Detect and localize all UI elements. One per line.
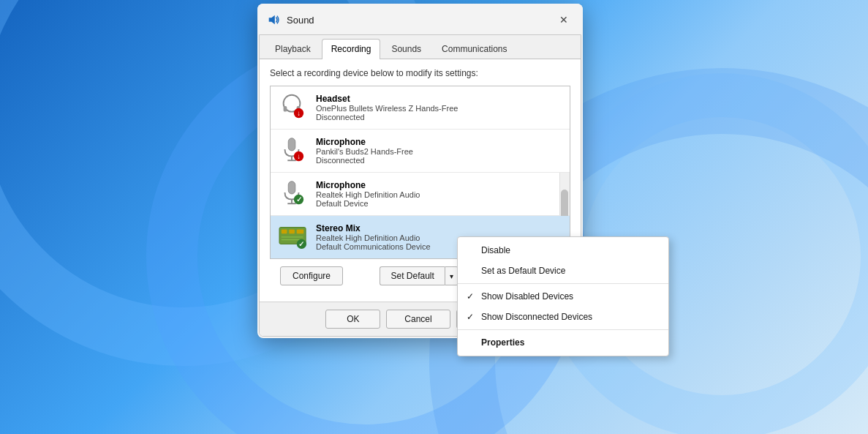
svg-rect-2 <box>284 106 287 112</box>
svg-rect-11 <box>288 182 295 194</box>
device-status-mic-pankil: Disconnected <box>316 156 562 165</box>
context-label-properties: Properties <box>481 337 524 348</box>
context-separator-1 <box>458 283 668 284</box>
dialog-title-bar: Sound ✕ <box>257 4 583 34</box>
tabs-bar: Playback Recording Sounds Communications <box>260 35 581 59</box>
device-info-mic-pankil: Microphone Pankil's Buds2 Hands-Free Dis… <box>316 137 562 165</box>
device-name-mic-pankil: Microphone <box>316 137 562 147</box>
title-left: Sound <box>266 12 314 27</box>
check-show-disconnected: ✓ <box>467 312 474 322</box>
device-desc-mic-realtek: Realtek High Definition Audio <box>316 190 562 199</box>
svg-text:↓: ↓ <box>297 109 301 117</box>
configure-button[interactable]: Configure <box>280 266 343 285</box>
svg-text:✓: ✓ <box>298 240 304 248</box>
tab-communications[interactable]: Communications <box>432 39 516 59</box>
context-item-properties[interactable]: Properties <box>458 332 668 353</box>
mic-pankil-icon: ↓ <box>278 135 309 166</box>
device-info-headset: Headset OnePlus Bullets Wireless Z Hands… <box>316 94 562 121</box>
device-item-mic-pankil[interactable]: ↓ Microphone Pankil's Buds2 Hands-Free D… <box>271 130 570 173</box>
cancel-button[interactable]: Cancel <box>386 310 450 329</box>
device-item-mic-realtek[interactable]: ✓ Microphone Realtek High Definition Aud… <box>271 173 570 216</box>
device-list-wrapper: ↓ Headset OnePlus Bullets Wireless Z Han… <box>270 86 570 259</box>
set-default-split: Set Default ▾ <box>380 266 458 285</box>
set-default-group: Set Default ▾ <box>380 266 458 285</box>
context-item-set-default[interactable]: Set as Default Device <box>458 261 668 281</box>
device-desc-headset: OnePlus Bullets Wireless Z Hands-Free <box>316 104 562 113</box>
set-default-button[interactable]: Set Default <box>380 266 444 285</box>
tab-playback[interactable]: Playback <box>265 39 320 59</box>
sound-icon <box>266 12 281 27</box>
device-status-headset: Disconnected <box>316 113 562 121</box>
context-item-show-disabled[interactable]: ✓ Show Disabled Devices <box>458 286 668 307</box>
context-item-show-disconnected[interactable]: ✓ Show Disconnected Devices <box>458 307 668 327</box>
context-separator-2 <box>458 329 668 330</box>
svg-rect-19 <box>297 229 304 233</box>
context-menu: Disable Set as Default Device ✓ Show Dis… <box>457 236 669 356</box>
instruction-text: Select a recording device below to modif… <box>270 68 570 78</box>
headset-icon: ↓ <box>278 92 309 123</box>
device-item-headset[interactable]: ↓ Headset OnePlus Bullets Wireless Z Han… <box>271 86 570 130</box>
svg-rect-18 <box>289 229 295 233</box>
set-default-arrow[interactable]: ▾ <box>445 266 458 285</box>
context-label-set-default: Set as Default Device <box>481 266 565 276</box>
mic-realtek-icon: ✓ <box>278 179 309 209</box>
context-item-disable[interactable]: Disable <box>458 240 668 261</box>
ok-button[interactable]: OK <box>325 310 380 329</box>
close-button[interactable]: ✕ <box>554 10 574 30</box>
device-list: ↓ Headset OnePlus Bullets Wireless Z Han… <box>270 86 570 259</box>
dialog-title: Sound <box>287 15 314 26</box>
device-info-mic-realtek: Microphone Realtek High Definition Audio… <box>316 180 562 208</box>
svg-marker-0 <box>269 15 275 25</box>
device-name-stereo-mix: Stereo Mix <box>316 223 562 233</box>
svg-rect-6 <box>288 138 295 151</box>
context-label-disable: Disable <box>481 245 510 255</box>
device-status-mic-realtek: Default Device <box>316 199 562 208</box>
svg-rect-17 <box>282 229 287 233</box>
context-label-show-disabled: Show Disabled Devices <box>481 291 573 302</box>
svg-text:↓: ↓ <box>297 152 301 160</box>
check-show-disabled: ✓ <box>467 291 474 302</box>
context-label-show-disconnected: Show Disconnected Devices <box>481 312 592 322</box>
device-name-mic-realtek: Microphone <box>316 180 562 190</box>
tab-recording[interactable]: Recording <box>322 39 381 59</box>
device-name-headset: Headset <box>316 94 562 104</box>
scrollbar-track[interactable] <box>559 173 570 215</box>
tab-sounds[interactable]: Sounds <box>382 39 431 59</box>
device-desc-mic-pankil: Pankil's Buds2 Hands-Free <box>316 147 562 156</box>
svg-text:✓: ✓ <box>296 195 302 203</box>
stereo-mix-icon: ✓ <box>278 222 309 252</box>
